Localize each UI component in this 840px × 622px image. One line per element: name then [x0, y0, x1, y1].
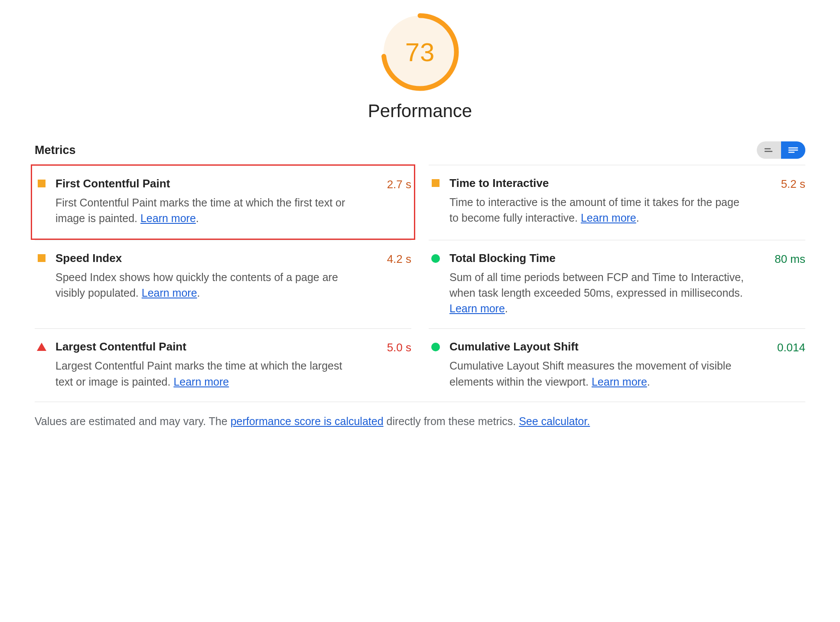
gauge-title: Performance [368, 101, 472, 121]
square-icon [38, 180, 46, 187]
metric-value: 5.2 s [758, 177, 805, 228]
metric-name: Time to Interactive [449, 177, 746, 190]
performance-gauge: 73 [381, 13, 459, 91]
performance-gauge-section: 73 Performance [35, 13, 805, 121]
footnote-pre: Values are estimated and may vary. The [35, 415, 231, 427]
footnote-link-score[interactable]: performance score is calculated [231, 415, 384, 427]
view-toggle-expanded[interactable] [781, 141, 805, 159]
footnote-mid: directly from these metrics. [384, 415, 519, 427]
lines-long-icon [788, 147, 798, 154]
metric-name: First Contentful Paint [55, 177, 352, 190]
view-toggle[interactable] [757, 141, 805, 159]
learn-more-link[interactable]: Learn more [592, 376, 647, 388]
circle-icon [431, 343, 440, 351]
gauge-score: 73 [381, 13, 459, 91]
metric-description: Time to interactive is the amount of tim… [449, 194, 746, 226]
metric-name: Speed Index [55, 252, 352, 265]
metric-value: 80 ms [758, 252, 805, 317]
metric-name: Total Blocking Time [449, 252, 746, 265]
metric-description: First Contentful Paint marks the time at… [55, 195, 352, 226]
metric-tbt: Total Blocking TimeSum of all time perio… [429, 240, 805, 329]
metric-si: Speed IndexSpeed Index shows how quickly… [35, 240, 411, 329]
metric-name: Largest Contentful Paint [55, 340, 352, 354]
metric-cls: Cumulative Layout ShiftCumulative Layout… [429, 328, 805, 402]
metrics-grid: First Contentful PaintFirst Contentful P… [35, 165, 805, 402]
learn-more-link[interactable]: Learn more [142, 287, 197, 299]
metric-name: Cumulative Layout Shift [449, 340, 746, 354]
circle-icon [431, 254, 440, 263]
square-icon [432, 179, 440, 187]
metric-value: 5.0 s [364, 340, 411, 390]
footnote: Values are estimated and may vary. The p… [35, 415, 805, 428]
learn-more-link[interactable]: Learn more [140, 212, 196, 224]
square-icon [38, 254, 46, 262]
metric-description: Speed Index shows how quickly the conten… [55, 269, 352, 301]
metric-description: Largest Contentful Paint marks the time … [55, 358, 352, 390]
learn-more-link[interactable]: Learn more [173, 376, 229, 388]
metric-tti: Time to InteractiveTime to interactive i… [429, 165, 805, 240]
metric-value: 4.2 s [364, 252, 411, 317]
view-toggle-compact[interactable] [757, 141, 781, 159]
metric-value: 2.7 s [364, 177, 411, 226]
metric-description: Cumulative Layout Shift measures the mov… [449, 358, 746, 390]
triangle-icon [37, 343, 46, 351]
metric-lcp: Largest Contentful PaintLargest Contentf… [35, 328, 411, 402]
lines-short-icon [764, 147, 774, 153]
footnote-link-calculator[interactable]: See calculator. [519, 415, 590, 427]
learn-more-link[interactable]: Learn more [581, 212, 636, 224]
metric-value: 0.014 [758, 340, 805, 390]
learn-more-link[interactable]: Learn more [449, 302, 505, 314]
metric-description: Sum of all time periods between FCP and … [449, 269, 746, 317]
metric-fcp: First Contentful PaintFirst Contentful P… [31, 164, 415, 240]
metrics-heading: Metrics [35, 144, 76, 157]
